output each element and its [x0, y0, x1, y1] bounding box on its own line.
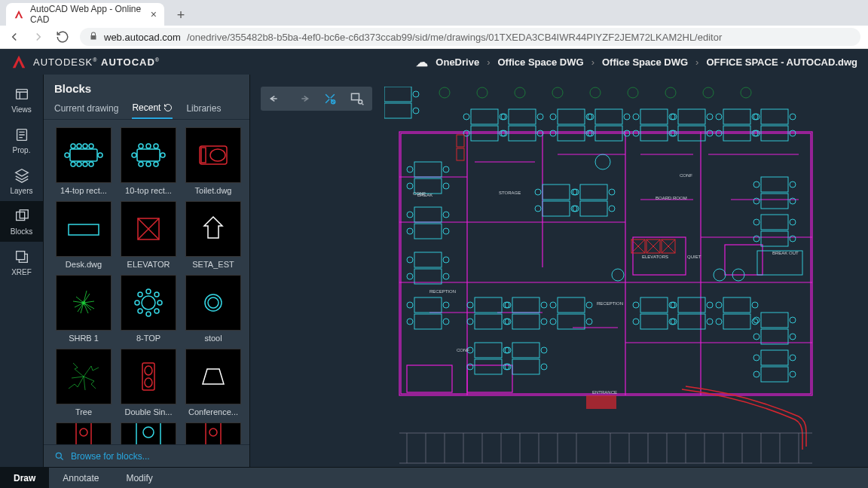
rail-layers[interactable]: Layers — [0, 160, 43, 201]
breadcrumb: ☁ OneDrive › Office Space DWG › Office S… — [416, 55, 857, 69]
svg-text:BREAK OUT: BREAK OUT — [772, 251, 799, 255]
block-thumbnail — [121, 127, 176, 183]
block-item[interactable]: Desk.dwg — [54, 201, 113, 269]
url-domain: web.autocad.com — [104, 32, 181, 43]
rail-properties[interactable]: Prop. — [0, 120, 43, 160]
block-item[interactable]: 10-top rect... — [119, 127, 178, 195]
breadcrumb-item[interactable]: OFFICE SPACE - AUTOCAD.dwg — [706, 56, 857, 68]
block-item[interactable]: stool — [184, 275, 243, 343]
block-thumbnail — [56, 275, 112, 331]
refresh-icon — [164, 103, 173, 112]
browse-blocks[interactable]: Browse for blocks... — [44, 444, 249, 467]
forward-button[interactable] — [32, 30, 45, 44]
tab-modify[interactable]: Modify — [112, 468, 166, 488]
close-icon[interactable]: × — [151, 8, 157, 20]
block-item[interactable]: SHRB 1 — [54, 275, 113, 343]
svg-rect-3 — [20, 209, 28, 218]
svg-rect-38 — [586, 395, 616, 409]
browser-tab[interactable]: AutoCAD Web App - Online CAD × — [6, 3, 164, 26]
block-label: 8-TOP — [119, 334, 178, 343]
block-item[interactable]: SETA_EST — [184, 201, 243, 269]
cloud-icon: ☁ — [416, 55, 428, 69]
block-thumbnail — [185, 349, 241, 404]
svg-point-32 — [714, 269, 726, 281]
svg-point-10 — [477, 87, 487, 98]
block-item[interactable] — [54, 422, 113, 444]
autodesk-logo[interactable]: AUTODESK® AUTOCAD® — [11, 53, 160, 70]
block-thumbnail — [121, 275, 176, 331]
breadcrumb-item[interactable]: OneDrive — [436, 56, 479, 68]
block-item[interactable]: Toilet.dwg — [184, 127, 243, 195]
rail-blocks[interactable]: Blocks — [0, 201, 43, 242]
chevron-right-icon: › — [591, 56, 594, 68]
block-item[interactable]: 14-top rect... — [54, 127, 113, 195]
svg-text:BOARD ROOM: BOARD ROOM — [656, 196, 687, 200]
chevron-right-icon: › — [695, 56, 698, 68]
block-thumbnail — [121, 349, 176, 404]
svg-point-14 — [628, 87, 638, 98]
tab-current-drawing[interactable]: Current drawing — [54, 98, 118, 119]
browser-tab-strip: AutoCAD Web App - Online CAD × + — [0, 0, 868, 26]
block-label: Conference... — [184, 407, 243, 416]
svg-text:CONF: CONF — [413, 191, 426, 196]
svg-point-16 — [703, 87, 714, 98]
autocad-favicon — [14, 8, 24, 20]
svg-rect-24 — [384, 87, 411, 102]
block-item[interactable]: ELEVATOR — [119, 201, 178, 269]
block-label: Tree — [54, 407, 113, 416]
svg-rect-19 — [401, 133, 811, 394]
panel-tabs: Current drawing Recent Libraries — [44, 98, 249, 120]
zoom-window-button[interactable] — [350, 91, 365, 106]
tab-annotate[interactable]: Annotate — [49, 468, 112, 488]
block-item[interactable]: Conference... — [184, 349, 243, 416]
zoom-extents-button[interactable] — [322, 91, 338, 106]
svg-point-30 — [595, 154, 610, 169]
block-thumbnail — [56, 422, 112, 444]
drawing-viewport[interactable]: STORAGE BREAK BOARD ROOM CONF RECEPTION … — [250, 75, 868, 467]
redo-button[interactable] — [295, 91, 310, 106]
main-area: Views Prop. Layers Blocks XREF Blocks Cu… — [0, 75, 868, 467]
svg-rect-2 — [16, 212, 24, 220]
breadcrumb-item[interactable]: Office Space DWG — [497, 56, 583, 68]
svg-text:CONF: CONF — [680, 173, 692, 178]
reload-button[interactable] — [56, 30, 69, 44]
undo-button[interactable] — [268, 91, 283, 106]
block-item[interactable]: Tree — [54, 349, 113, 416]
block-item[interactable] — [184, 422, 243, 444]
svg-rect-0 — [16, 89, 27, 99]
svg-text:STORAGE: STORAGE — [499, 191, 521, 195]
block-thumbnail — [185, 422, 241, 444]
block-grid[interactable]: 14-top rect...10-top rect...Toilet.dwgDe… — [44, 120, 249, 444]
tab-title: AutoCAD Web App - Online CAD — [30, 4, 145, 25]
block-item[interactable]: Double Sin... — [119, 349, 178, 416]
left-rail: Views Prop. Layers Blocks XREF — [0, 75, 44, 467]
block-thumbnail — [121, 422, 176, 444]
back-button[interactable] — [8, 30, 21, 44]
tab-recent[interactable]: Recent — [132, 98, 173, 119]
block-label: 10-top rect... — [119, 186, 178, 195]
new-tab-button[interactable]: + — [170, 5, 191, 26]
rail-xref[interactable]: XREF — [0, 242, 43, 282]
canvas[interactable]: STORAGE BREAK BOARD ROOM CONF RECEPTION … — [250, 75, 868, 467]
rail-views[interactable]: Views — [0, 79, 43, 120]
search-icon — [54, 451, 65, 462]
app-topbar: AUTODESK® AUTOCAD® ☁ OneDrive › Office S… — [0, 49, 868, 75]
breadcrumb-item[interactable]: Office Space DWG — [602, 56, 688, 68]
svg-rect-7 — [352, 93, 359, 99]
block-item[interactable] — [119, 422, 178, 444]
svg-rect-25 — [384, 103, 411, 118]
block-label: SETA_EST — [184, 260, 243, 269]
block-thumbnail — [56, 201, 112, 257]
address-bar[interactable]: web.autocad.com/onedrive/355482b8-b5ba-4… — [80, 28, 860, 46]
block-item[interactable]: 8-TOP — [119, 275, 178, 343]
block-label: Toilet.dwg — [184, 186, 243, 195]
block-thumbnail — [56, 349, 112, 404]
svg-text:RECEPTION: RECEPTION — [597, 301, 623, 306]
svg-rect-21 — [725, 245, 763, 275]
block-thumbnail — [56, 127, 112, 183]
tab-draw[interactable]: Draw — [0, 468, 49, 488]
tab-libraries[interactable]: Libraries — [186, 98, 221, 119]
lock-icon — [89, 32, 98, 43]
bottom-tabs: Draw Annotate Modify — [0, 467, 868, 488]
block-thumbnail — [121, 201, 176, 257]
